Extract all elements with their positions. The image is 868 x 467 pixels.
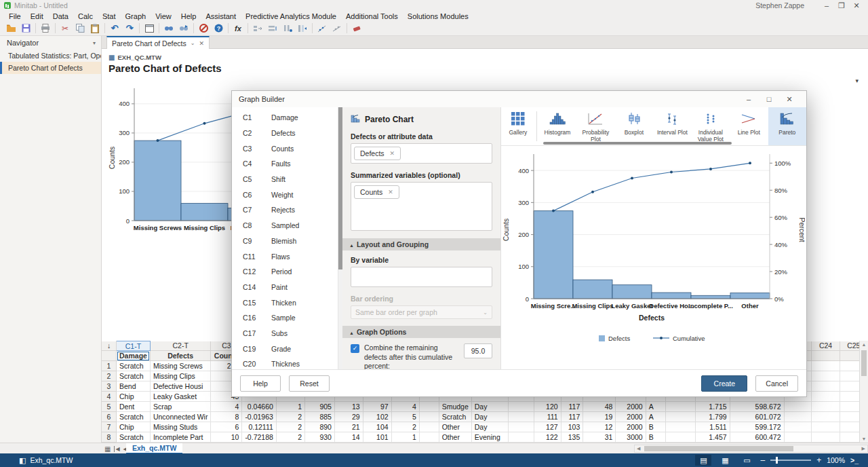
summarized-drop-zone[interactable]: Counts ✕ (351, 182, 492, 231)
column-header-c1-t[interactable]: C1-T (117, 341, 151, 351)
cell[interactable]: 600.472 (730, 432, 784, 443)
row-number[interactable]: 2 (102, 371, 117, 381)
navigator-item-pareto-chart-of-defects[interactable]: Pareto Chart of Defects (0, 62, 101, 74)
first-sheet-icon[interactable]: ◀ (114, 446, 119, 452)
navigator-header[interactable]: Navigator ▾ (0, 36, 101, 50)
cell[interactable]: Incomplete Part (150, 432, 211, 443)
insert-cells-icon[interactable] (251, 22, 264, 35)
cell[interactable]: B (646, 432, 665, 443)
menu-solutions-modules[interactable]: Solutions Modules (403, 12, 473, 20)
cell[interactable]: 135 (561, 432, 583, 443)
cell[interactable] (419, 402, 439, 412)
cell[interactable]: Other (439, 432, 471, 443)
cumulative-percent-input[interactable] (464, 343, 492, 358)
cell[interactable]: A (646, 412, 665, 422)
dialog-close-icon[interactable]: ✕ (779, 95, 800, 104)
column-list-item-c12[interactable]: C12Period (232, 264, 338, 280)
close-icon[interactable]: ✕ (199, 40, 204, 47)
find-next-icon[interactable] (177, 22, 191, 35)
column-list-item-c17[interactable]: C17Subs (232, 326, 338, 341)
cell[interactable]: Scratch (117, 412, 151, 422)
menu-additional-tools[interactable]: Additional Tools (341, 12, 403, 20)
dialog-minimize-icon[interactable]: – (738, 95, 759, 103)
copy-icon[interactable] (73, 22, 87, 35)
cell[interactable] (812, 381, 840, 392)
brush-points-icon[interactable] (315, 22, 329, 35)
move-columns-icon[interactable] (296, 22, 309, 35)
column-list-item-c19[interactable]: C19Grade (232, 341, 338, 356)
chevron-down-icon[interactable]: ⌄ (191, 40, 195, 46)
column-list-item-c5[interactable]: C5Shift (232, 172, 338, 187)
cell[interactable]: 14 (334, 432, 363, 443)
cell[interactable]: Chip (117, 392, 151, 402)
create-button[interactable]: Create (701, 375, 747, 392)
scroll-right-icon[interactable]: ▶ (862, 446, 865, 451)
cell[interactable]: 122 (534, 432, 561, 443)
menu-graph[interactable]: Graph (121, 12, 151, 20)
show-window-icon[interactable]: ▭ (738, 455, 755, 466)
worksheet-tab[interactable]: Exh_qc.MTW (126, 443, 182, 454)
cell[interactable]: 117 (561, 402, 583, 412)
cell[interactable]: A (646, 402, 665, 412)
scroll-down-icon[interactable]: ▼ (860, 436, 868, 441)
cell[interactable]: 13 (334, 402, 363, 412)
menu-file[interactable]: File (4, 12, 26, 20)
cell[interactable]: 127 (534, 422, 561, 432)
cell[interactable]: 97 (363, 402, 391, 412)
column-list-item-c14[interactable]: C14Paint (232, 280, 338, 295)
dialog-maximize-icon[interactable]: □ (759, 95, 779, 103)
command-line-icon[interactable]: >_ (850, 456, 859, 464)
dialog-title-bar[interactable]: Graph Builder – □ ✕ (232, 91, 806, 107)
cell[interactable] (665, 422, 695, 432)
worksheet-list-icon[interactable]: ▦ (104, 445, 111, 453)
navigator-item-tabulated-statistics-part-oper[interactable]: Tabulated Statistics: Part, Operator (0, 50, 101, 62)
row-number[interactable]: 8 (102, 432, 117, 443)
column-list-item-c15[interactable]: C15Thicken (232, 295, 338, 310)
formula-icon[interactable]: fx (231, 22, 245, 35)
row-number[interactable]: 3 (102, 381, 117, 392)
row-number[interactable]: 7 (102, 422, 117, 432)
menu-assistant[interactable]: Assistant (201, 12, 241, 20)
show-worksheet-icon[interactable]: ▤ (695, 455, 711, 466)
cell[interactable]: 117 (561, 412, 583, 422)
cell[interactable]: 905 (305, 402, 335, 412)
graph-options-section[interactable]: ▲Graph Options (342, 326, 500, 338)
variable-chip-counts[interactable]: Counts ✕ (354, 185, 399, 199)
row-number[interactable]: 4 (102, 392, 117, 402)
menu-predictive-analytics-module[interactable]: Predictive Analytics Module (241, 12, 341, 20)
column-list-item-c4[interactable]: C4Faults (232, 156, 338, 172)
cell[interactable]: 8 (211, 412, 242, 422)
cell[interactable]: 1 (276, 402, 304, 412)
open-project-icon[interactable] (4, 22, 18, 35)
cell[interactable]: Scratch (117, 371, 151, 381)
close-icon[interactable]: ✕ (849, 1, 864, 10)
cell[interactable] (509, 402, 534, 412)
cell[interactable] (419, 412, 439, 422)
remove-chip-icon[interactable]: ✕ (388, 189, 393, 195)
gallery-item-interval-plot[interactable]: Interval Plot (653, 107, 691, 145)
insert-columns-icon[interactable] (281, 22, 294, 35)
column-name-cell[interactable]: Damage (117, 351, 151, 361)
gallery-item-histogram[interactable]: Histogram (538, 107, 576, 145)
cell[interactable] (419, 422, 439, 432)
column-header-c2-t[interactable]: C2-T (150, 341, 211, 351)
menu-calc[interactable]: Calc (73, 12, 98, 20)
column-list-item-c2[interactable]: C2Defects (232, 126, 338, 141)
cell[interactable]: Unconnected Wir (150, 412, 211, 422)
cell[interactable]: 2000 (616, 412, 646, 422)
cell[interactable]: 103 (561, 422, 583, 432)
cell[interactable]: 4 (211, 402, 242, 412)
cell[interactable]: 3000 (616, 432, 646, 443)
scrollbar-thumb[interactable] (861, 350, 867, 376)
cell[interactable]: Chip (117, 422, 151, 432)
column-list-item-c6[interactable]: C6Weight (232, 187, 338, 202)
scroll-up-icon[interactable]: ▲ (860, 342, 868, 347)
column-list-item-c11[interactable]: C11Flaws (232, 248, 338, 264)
corner-cell[interactable]: ↓ (102, 341, 117, 351)
select-points-icon[interactable] (330, 22, 344, 35)
cell[interactable] (784, 422, 812, 432)
cell[interactable]: 0.04660 (242, 402, 276, 412)
remove-chip-icon[interactable]: ✕ (390, 150, 395, 157)
find-icon[interactable] (162, 22, 176, 35)
cell[interactable]: 598.672 (730, 402, 784, 412)
